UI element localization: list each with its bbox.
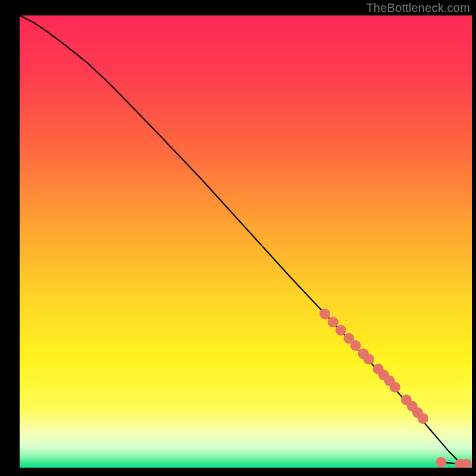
- chart-svg: [20, 15, 472, 468]
- data-point: [328, 317, 339, 327]
- data-point: [364, 354, 374, 365]
- attribution-label: TheBottleneck.com: [366, 1, 470, 15]
- plot-area: [20, 15, 472, 468]
- data-point: [436, 457, 446, 468]
- chart-stage: TheBottleneck.com: [0, 0, 476, 476]
- data-point: [320, 309, 330, 320]
- data-point: [350, 340, 361, 351]
- data-point: [336, 325, 346, 336]
- data-point: [418, 413, 428, 424]
- data-point: [390, 382, 400, 393]
